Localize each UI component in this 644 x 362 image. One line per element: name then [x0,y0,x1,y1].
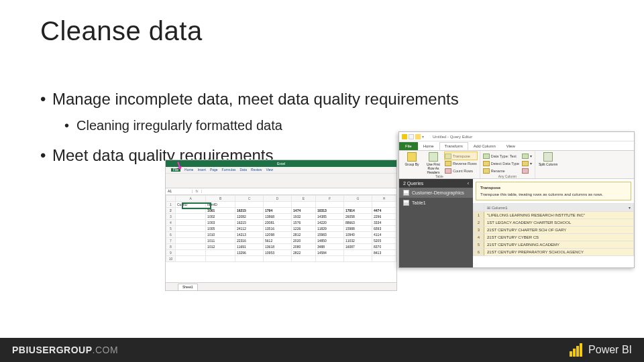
excel-cell[interactable] [235,202,264,208]
excel-col-C[interactable]: C [235,196,264,202]
excel-cell[interactable] [292,256,316,262]
excel-cell[interactable]: 16087 [344,244,372,250]
pq-quicklaunch[interactable]: ▾ [402,134,427,139]
excel-cell[interactable]: ItemID [206,202,235,208]
pq-queries-header[interactable]: 2 Queries ‹ [399,179,473,188]
excel-tab-home[interactable]: Home [184,168,193,172]
excel-cell[interactable]: 8 [166,244,176,250]
excel-cell[interactable]: 2080 [292,244,316,250]
excel-cell[interactable] [264,256,292,262]
excel-cell[interactable]: 1011 [206,238,235,244]
pq-row-index[interactable]: 5 [474,241,484,249]
group-by-button[interactable]: Group By [402,152,422,174]
excel-col-A[interactable]: A [176,196,206,202]
pq-row-index[interactable]: 1 [474,212,484,219]
pq-query-item[interactable]: Table1 [399,198,473,208]
pq-tab-file[interactable]: File [399,142,418,150]
excel-cell[interactable] [372,202,396,208]
pq-data-table[interactable]: ⊞ Column1 ▾ 1"LIFELONG LEARNING RESEARCH… [473,203,634,267]
excel-cell[interactable]: 4114 [372,232,396,238]
excel-cell[interactable]: 10940 [344,232,372,238]
excel-cell[interactable]: 8413 [372,250,396,256]
excel-cell[interactable]: 1932 [292,214,316,220]
excel-cell[interactable]: CustID [176,202,206,208]
excel-cell[interactable] [176,220,206,226]
excel-col-D[interactable]: D [264,196,292,202]
pq-cell[interactable]: 21ST CENTURY CHARTER SCH OF GARY [484,227,634,234]
excel-col-H[interactable]: H [372,196,396,202]
excel-cell[interactable]: 22316 [235,238,264,244]
excel-cell[interactable]: 12098 [264,232,292,238]
split-column-button[interactable]: Split Column [538,152,558,166]
excel-cell[interactable]: 17914 [344,208,372,214]
replace-button[interactable]: ▾ [522,152,532,160]
excel-cell[interactable]: 10 [166,256,176,262]
excel-cell[interactable]: 1012 [206,244,235,250]
excel-cell[interactable] [176,244,206,250]
pq-row-index[interactable]: 2 [474,219,484,227]
pq-cell[interactable]: 21ST CENTURY PREPARATORY SCHOOL AGENCY [484,249,634,256]
pq-row-index-header[interactable] [474,204,484,212]
excel-tab-formulas[interactable]: Formulas [222,168,236,172]
excel-cell[interactable]: 7 [166,238,176,244]
excel-cell[interactable]: 15983 [315,232,343,238]
excel-cell[interactable]: 2822 [292,250,316,256]
excel-cell[interactable]: 11032 [344,238,372,244]
excel-corner[interactable] [166,196,176,202]
excel-cell[interactable] [315,256,343,262]
pq-cell[interactable]: 21ST CENTURY CYBER CS [484,234,634,241]
chevron-left-icon[interactable]: ‹ [468,181,469,186]
excel-cell[interactable]: 1005 [206,226,235,232]
excel-cell[interactable]: 2020 [292,238,316,244]
pq-ribbon-tabs[interactable]: File Home Transform Add Column View [399,141,634,151]
excel-cell[interactable]: 6 [166,232,176,238]
excel-cell[interactable] [372,256,396,262]
pivot-button[interactable] [522,167,532,174]
excel-sheet-tab[interactable]: Sheet1 [178,284,198,290]
excel-cell[interactable]: 10953 [264,250,292,256]
excel-cell[interactable]: 23081 [264,220,292,226]
excel-cell[interactable]: 2 [166,208,176,214]
pq-cell[interactable]: "LIFELONG LEARNING RESEARCH INSTITUTE IN… [484,212,634,219]
excel-cell[interactable]: 15988 [344,226,372,232]
pq-row-index[interactable]: 6 [474,249,484,256]
excel-cell[interactable] [344,256,372,262]
excel-cell[interactable] [315,202,343,208]
excel-cell[interactable] [292,202,316,208]
excel-col-F[interactable]: F [315,196,343,202]
excel-cell[interactable]: 13618 [264,244,292,250]
excel-cell[interactable]: 1 [166,202,176,208]
excel-col-E[interactable]: E [292,196,316,202]
pq-query-item[interactable]: Customer-Demographics [399,188,473,198]
excel-cell[interactable]: 1002 [206,214,235,220]
excel-cell[interactable]: 13868 [264,214,292,220]
smiley-icon[interactable] [415,134,421,139]
excel-cell[interactable]: 1003 [206,220,235,226]
excel-cell[interactable] [176,250,206,256]
excel-menu[interactable]: File Home Insert Page Formulas Data Revi… [166,167,396,174]
pq-queries-pane[interactable]: 2 Queries ‹ Customer-Demographics Table1 [399,179,473,267]
excel-tab-view[interactable]: View [266,168,273,172]
excel-cell[interactable]: 8370 [372,244,396,250]
pq-tab-view[interactable]: View [501,142,521,150]
excel-cell[interactable]: 13296 [235,250,264,256]
excel-cell[interactable] [176,232,206,238]
excel-cell[interactable] [344,202,372,208]
pq-cell[interactable]: 1ST LEGACY ACADEMY CHARTER SCHOOL [484,219,634,227]
excel-cell[interactable]: 10313 [315,208,343,214]
datatype-button[interactable]: Data Type: Text [483,152,519,160]
excel-col-B[interactable]: B [206,196,235,202]
excel-cell[interactable]: 9 [166,250,176,256]
excel-cell[interactable]: 1010 [206,232,235,238]
excel-tab-review[interactable]: Review [251,168,262,172]
excel-cell[interactable]: 88663 [344,220,372,226]
excel-cell[interactable]: 2812 [292,232,316,238]
excel-cell[interactable] [176,208,206,214]
pq-tab-transform[interactable]: Transform [439,142,468,150]
excel-cell[interactable]: 24112 [235,226,264,232]
save-icon[interactable] [409,134,414,139]
pq-column-header[interactable]: ⊞ Column1 ▾ [484,204,634,212]
excel-cell[interactable]: 1576 [292,220,316,226]
excel-sheet-tabs[interactable]: Sheet1 [166,282,396,290]
excel-cell[interactable]: 14220 [315,220,343,226]
